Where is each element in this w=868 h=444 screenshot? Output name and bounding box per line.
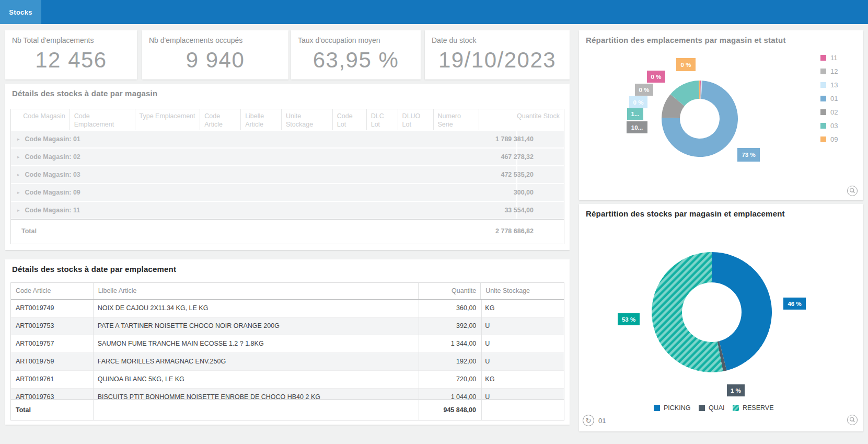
legend-item[interactable]: PICKING [654, 404, 690, 412]
legend-swatch [699, 405, 705, 411]
matrix-row-band: ▸Code Magasin: 11 [11, 202, 564, 219]
table-cell: 392,00 [418, 317, 481, 335]
data-label: 0 % [676, 58, 696, 71]
column-header[interactable]: Code Article [200, 109, 240, 130]
column-divider [419, 300, 419, 420]
column-header[interactable]: Quantite [418, 283, 481, 299]
data-label: 46 % [783, 298, 806, 310]
legend-swatch [820, 136, 826, 142]
column-header[interactable]: Libelle Article [93, 283, 418, 299]
column-divider [481, 300, 482, 420]
matrix-row-value: 1 789 381,40 [495, 130, 534, 148]
drill-up-icon[interactable]: ↻ [583, 415, 594, 426]
table-cell: SAUMON FUME TRANCHE MAIN ECOSSE 1.2 ? 1.… [93, 335, 418, 352]
expand-icon[interactable]: ▸ [17, 154, 20, 160]
legend-item[interactable]: 01 [820, 95, 838, 102]
tab-stocks[interactable]: Stocks [0, 0, 41, 24]
table-stocks-par-emplacement: Code ArticleLibelle ArticleQuantiteUnite… [10, 282, 564, 420]
column-header[interactable]: Unite Stockage [281, 109, 332, 130]
legend-label: PICKING [664, 404, 690, 412]
data-label: 0 % [635, 84, 653, 96]
expand-icon[interactable]: ▸ [17, 172, 20, 177]
column-header[interactable]: Code Emplacement [70, 109, 135, 130]
table-cell: ART0019759 [11, 353, 93, 370]
legend-item[interactable]: 12 [820, 67, 838, 75]
total-label: Total [21, 227, 37, 235]
matrix-row-label: Code Magasin: 01 [25, 135, 80, 143]
column-header[interactable]: Quantite Stock [479, 109, 564, 130]
column-header[interactable]: Type Emplacement [135, 109, 200, 130]
table-cell: ART0019763 [11, 389, 93, 400]
matrix-stocks-par-magasin: Code MagasinCode EmplacementType Emplace… [10, 109, 564, 244]
legend-item[interactable]: 02 [820, 108, 838, 116]
dashboard-page: Stocks Nb Total d'emplacements 12 456 Nb… [0, 0, 868, 444]
focus-mode-icon[interactable] [847, 185, 858, 197]
table-cell: ART0019753 [11, 317, 93, 335]
expand-icon[interactable]: ▸ [17, 190, 20, 195]
legend-swatch [820, 123, 826, 129]
matrix-row-band: ▸Code Magasin: 01 [11, 131, 564, 147]
card-stocks-par-emplacement: Détails des stocks à date par emplacemen… [5, 259, 570, 425]
column-header[interactable]: Code Lot [332, 109, 366, 130]
expand-icon[interactable]: ▸ [17, 136, 20, 142]
total-value: 2 778 686,82 [495, 227, 534, 235]
kpi-card-date-stock: Date du stock 19/10/2023 [425, 30, 570, 79]
matrix-row-band: ▸Code Magasin: 02 [11, 149, 564, 165]
matrix-row-label: Code Magasin: 02 [25, 153, 80, 161]
matrix-row[interactable]: ▸Code Magasin: 03472 535,20 [11, 166, 564, 184]
expand-icon[interactable]: ▸ [17, 208, 20, 213]
matrix-row[interactable]: ▸Code Magasin: 1133 554,00 [11, 201, 564, 219]
legend-swatch [820, 109, 826, 115]
table-cell: U [480, 389, 564, 400]
total-value: 945 848,00 [443, 406, 476, 414]
table-emplacement-title: Détails des stocks à date par emplacemen… [12, 265, 176, 274]
column-header[interactable]: Unite Stockage [480, 283, 564, 299]
table-cell: U [480, 317, 564, 335]
kpi-title: Taux d'occupation moyen [298, 36, 380, 44]
kpi-title: Date du stock [432, 36, 477, 44]
matrix-row[interactable]: ▸Code Magasin: 09300,00 [11, 184, 564, 201]
column-header[interactable]: Numero Serie [433, 109, 479, 130]
legend-label: 11 [830, 54, 838, 62]
column-header[interactable]: DLUO Lot [398, 109, 433, 130]
legend-item[interactable]: 09 [820, 135, 838, 143]
card-stocks-par-magasin: Détails des stocks à date par magasin Co… [5, 84, 570, 250]
column-header[interactable]: DLC Lot [366, 109, 398, 130]
table-cell: PATE A TARTINER NOISETTE CHOCO NOIR ORAN… [93, 317, 418, 335]
drill-breadcrumb: ↻ 01 [583, 415, 606, 426]
legend-item[interactable]: 03 [820, 122, 838, 129]
legend-item[interactable]: 11 [820, 54, 838, 61]
kpi-value: 19/10/2023 [425, 45, 570, 75]
table-cell: 192,00 [418, 353, 481, 370]
legend-label: 01 [830, 95, 838, 103]
data-label: 10... [627, 121, 647, 133]
kpi-value: 9 940 [142, 45, 288, 75]
column-header[interactable]: Libelle Article [240, 109, 281, 130]
column-header[interactable]: Code Article [11, 283, 93, 299]
legend-label: 03 [830, 122, 838, 130]
kpi-card-taux-occupation: Taux d'occupation moyen 63,95 % [291, 30, 421, 79]
legend-label: 09 [830, 135, 838, 143]
tab-label: Stocks [9, 8, 32, 16]
matrix-row-band: ▸Code Magasin: 03 [11, 166, 564, 183]
drill-breadcrumb-label: 01 [598, 417, 606, 425]
table-cell: 720,00 [418, 371, 481, 388]
matrix-row[interactable]: ▸Code Magasin: 02467 278,32 [11, 148, 564, 166]
matrix-row[interactable]: ▸Code Magasin: 011 789 381,40 [11, 130, 564, 148]
focus-mode-icon[interactable] [847, 414, 858, 426]
column-header[interactable]: Code Magasin [11, 109, 70, 130]
legend-swatch [820, 96, 826, 101]
table-cell: ART0019749 [11, 300, 93, 317]
data-label: 53 % [618, 313, 640, 325]
legend-item[interactable]: 13 [820, 81, 838, 88]
matrix-row-value: 467 278,32 [501, 148, 534, 166]
matrix-row-value: 300,00 [514, 184, 534, 201]
legend-item[interactable]: RESERVE [733, 404, 774, 412]
legend-item[interactable]: QUAI [699, 404, 725, 412]
legend-swatch [733, 405, 739, 411]
table-cell: BISCUITS PTIT BONHOMME NOISETTE ENROBE D… [93, 389, 418, 400]
table-cell: FARCE MORILLES ARMAGNAC ENV.250G [93, 353, 418, 370]
data-label: 1... [627, 108, 643, 120]
legend-label: 02 [830, 108, 838, 116]
card-chart-emplacements: Répartition des emplacements par magasin… [579, 30, 863, 200]
